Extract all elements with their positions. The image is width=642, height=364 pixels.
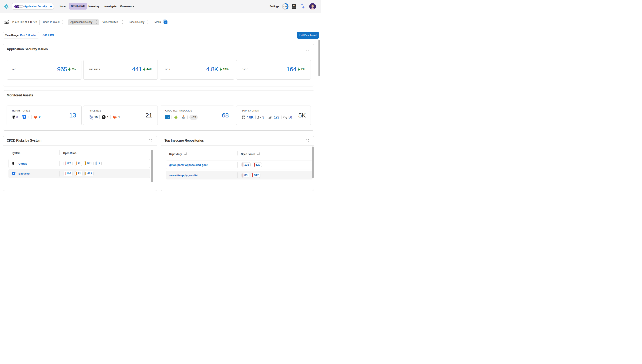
svg-text:4: 4 <box>165 21 166 24</box>
svg-text:?: ? <box>293 4 295 8</box>
svg-text:42%: 42% <box>283 6 287 8</box>
svg-text:TS: TS <box>166 116 169 119</box>
